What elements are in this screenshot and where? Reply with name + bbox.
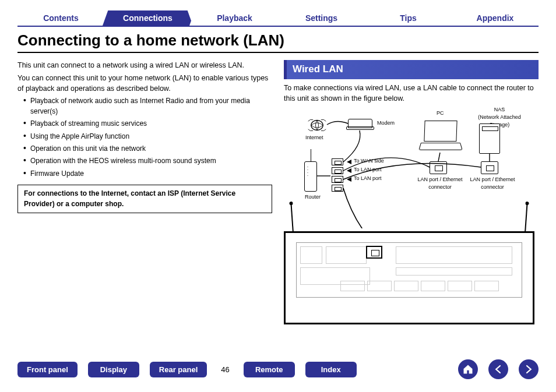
tab-appendix[interactable]: Appendix — [450, 10, 540, 26]
left-column: This unit can connect to a network using… — [17, 60, 272, 327]
to-lan-label: To LAN port — [354, 175, 382, 182]
modem-label: Modem — [377, 119, 395, 127]
list-item: Firmware Update — [23, 169, 272, 179]
feature-list: Playback of network audio such as Intern… — [17, 96, 272, 179]
modem-icon — [348, 119, 372, 128]
laptop-icon — [421, 121, 460, 152]
to-wan-label: To WAN side — [354, 157, 384, 165]
home-icon[interactable] — [458, 359, 478, 379]
tab-settings[interactable]: Settings — [276, 10, 367, 26]
wired-lan-heading: Wired LAN — [284, 60, 539, 79]
list-item: Operation on this unit via the network — [23, 144, 272, 154]
index-button[interactable]: Index — [305, 362, 357, 377]
switch-ports — [332, 158, 343, 193]
ethernet-port-icon — [430, 161, 447, 174]
right-column: Wired LAN To make connections via wired … — [284, 60, 539, 327]
remote-button[interactable]: Remote — [244, 362, 295, 377]
router-icon: ···· — [304, 161, 317, 192]
internet-icon — [307, 118, 327, 133]
antenna-icon — [525, 204, 527, 233]
intro-p2: You can connect this unit to your home n… — [17, 73, 272, 94]
list-item: Operation with the HEOS wireless multi-r… — [23, 156, 272, 166]
svg-point-0 — [311, 120, 323, 130]
prev-page-icon[interactable] — [488, 359, 508, 379]
tab-connections[interactable]: Connections — [103, 10, 193, 26]
antenna-icon — [291, 204, 294, 233]
display-button[interactable]: Display — [88, 362, 139, 377]
wired-lan-intro: To make connections via wired LAN, use a… — [284, 83, 539, 104]
router-label: Router — [305, 193, 321, 201]
arrow-icon — [347, 177, 351, 182]
to-lan-label: To LAN port — [354, 166, 382, 174]
next-page-icon[interactable] — [519, 359, 539, 379]
list-item: Using the Apple AirPlay function — [23, 132, 272, 142]
front-panel-button[interactable]: Front panel — [17, 362, 78, 377]
receiver-network-port — [366, 246, 382, 259]
lan-eth-label: LAN port / Ethernet connector — [467, 176, 518, 191]
pc-label: PC — [437, 110, 444, 117]
arrow-icon — [347, 168, 351, 173]
list-item: Playback of network audio such as Intern… — [23, 96, 272, 116]
intro-p1: This unit can connect to a network using… — [17, 60, 272, 70]
wired-lan-diagram: Internet Modem PC NAS (Network Attached … — [284, 106, 539, 327]
ethernet-port-icon — [481, 161, 498, 174]
tab-contents[interactable]: Contents — [16, 10, 106, 26]
bottom-nav: Front panel Display Rear panel 46 Remote… — [17, 359, 539, 379]
page-title: Connecting to a home network (LAN) — [17, 31, 539, 53]
rear-panel-button[interactable]: Rear panel — [150, 362, 207, 377]
list-item: Playback of streaming music services — [23, 119, 272, 129]
internet-label: Internet — [305, 134, 323, 142]
tab-tips[interactable]: Tips — [363, 10, 453, 26]
lan-eth-label: LAN port / Ethernet connector — [415, 176, 465, 191]
nas-icon — [479, 123, 500, 154]
isp-note: For connections to the Internet, contact… — [17, 185, 272, 213]
arrow-icon — [347, 160, 351, 164]
top-tabs: Contents Connections Playback Settings T… — [17, 10, 539, 27]
page-number: 46 — [217, 365, 233, 374]
tab-playback[interactable]: Playback — [189, 10, 280, 26]
receiver-rear-panel — [284, 231, 534, 324]
